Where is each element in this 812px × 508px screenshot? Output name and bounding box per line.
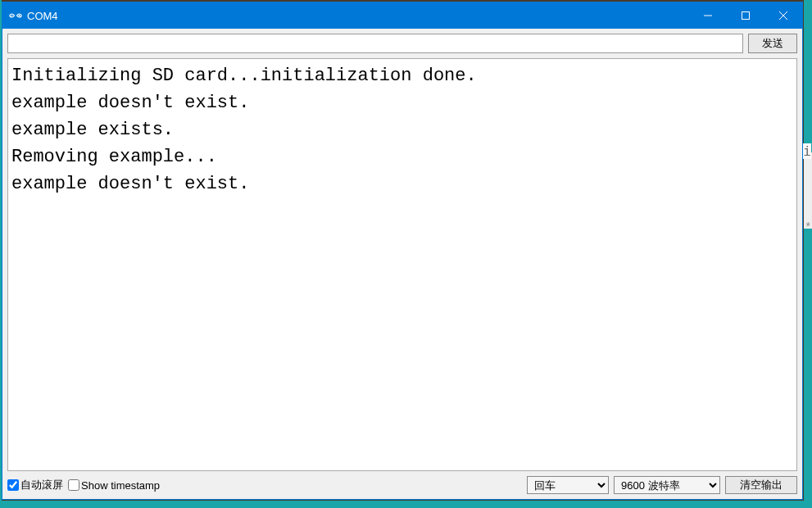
arduino-icon <box>9 9 22 22</box>
serial-input[interactable] <box>7 34 743 53</box>
window-title: COM4 <box>27 10 689 22</box>
timestamp-label: Show timestamp <box>81 479 160 492</box>
autoscroll-label: 自动滚屏 <box>20 478 63 492</box>
bottom-toolbar: 自动滚屏 Show timestamp 回车 9600 波特率 清空输出 <box>2 474 802 499</box>
background-bottom-strip <box>0 501 812 508</box>
input-toolbar: 发送 <box>2 29 802 58</box>
send-button[interactable]: 发送 <box>748 34 797 53</box>
maximize-button[interactable] <box>727 2 764 29</box>
close-button[interactable] <box>764 2 802 29</box>
timestamp-checkbox-wrap[interactable]: Show timestamp <box>68 479 160 492</box>
serial-monitor-window: COM4 发送 Initializing SD card...initializ… <box>2 2 803 500</box>
autoscroll-checkbox-wrap[interactable]: 自动滚屏 <box>7 478 63 492</box>
minimize-button[interactable] <box>689 2 727 29</box>
baud-rate-select[interactable]: 9600 波特率 <box>614 476 720 494</box>
timestamp-checkbox[interactable] <box>68 479 79 491</box>
background-char: i <box>803 143 811 159</box>
background-right-strip: i * <box>804 0 812 508</box>
autoscroll-checkbox[interactable] <box>7 479 19 491</box>
svg-rect-4 <box>742 12 750 20</box>
serial-output[interactable]: Initializing SD card...initialization do… <box>7 58 797 471</box>
background-asterisk: * <box>806 220 810 233</box>
clear-output-button[interactable]: 清空输出 <box>725 476 797 494</box>
window-controls <box>689 2 802 29</box>
titlebar: COM4 <box>2 2 802 29</box>
line-ending-select[interactable]: 回车 <box>527 476 609 494</box>
